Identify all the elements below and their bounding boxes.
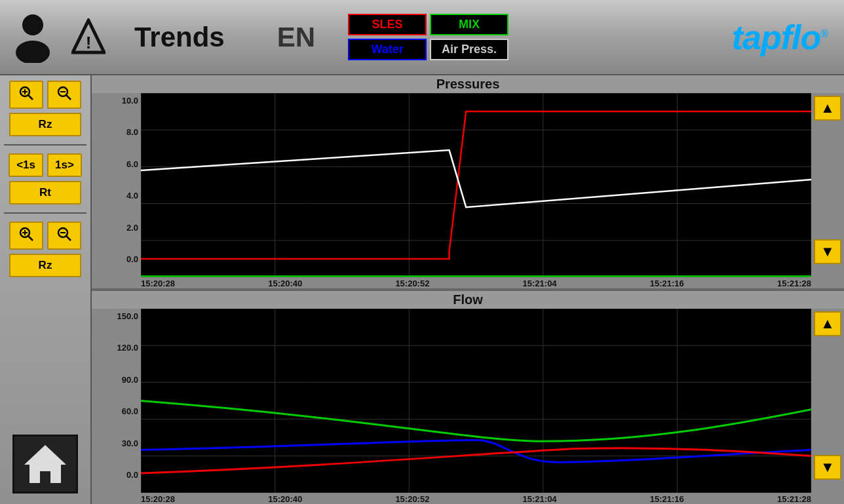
fx-label-6: 15:21:28	[777, 494, 811, 504]
pressure-scroll-up[interactable]: ▲	[814, 96, 841, 121]
fx-label-1: 15:20:28	[141, 494, 175, 504]
main-content: Rz <1s 1s> Rt Rz Pressures	[0, 75, 844, 504]
fx-label-3: 15:20:52	[395, 494, 429, 504]
pressure-scroll-down[interactable]: ▼	[814, 239, 841, 264]
fx-label-5: 15:21:16	[650, 494, 684, 504]
pressure-chart-wrapper: Pressures 10.0 8.0 6.0 4.0 2.0 0.0 ▲	[92, 75, 844, 288]
prev-1s-button[interactable]: <1s	[9, 153, 43, 177]
zoom-in-button-top[interactable]	[9, 81, 43, 109]
zoom-buttons-bottom	[9, 222, 81, 250]
flow-scroll-col: ▲ ▼	[811, 309, 844, 493]
y-label-6: 6.0	[126, 159, 138, 169]
pressure-y-axis: 10.0 8.0 6.0 4.0 2.0 0.0	[92, 93, 141, 277]
flow-x-axis: 15:20:28 15:20:40 15:20:52 15:21:04 15:2…	[92, 493, 844, 504]
x-label-5: 15:21:16	[650, 279, 684, 288]
warning-icon: !	[69, 9, 108, 65]
fy-label-30: 30.0	[122, 438, 138, 448]
legend-airpress-button[interactable]: Air Press.	[430, 39, 508, 60]
x-label-6: 15:21:28	[777, 279, 811, 288]
x-label-3: 15:20:52	[395, 279, 429, 288]
flow-chart-title: Flow	[92, 291, 844, 309]
fy-label-120: 120.0	[117, 343, 138, 353]
y-label-10: 10.0	[122, 96, 138, 106]
flow-scroll-up[interactable]: ▲	[814, 311, 841, 336]
zoom-in-button-bottom[interactable]	[9, 222, 43, 250]
legend-container: SLES MIX Water Air Press.	[348, 14, 508, 60]
fy-label-90: 90.0	[122, 375, 138, 385]
fy-label-0: 0.0	[126, 470, 138, 480]
svg-line-12	[28, 236, 33, 241]
flow-chart-row: 150.0 120.0 90.0 60.0 30.0 0.0 ▲ ▼	[92, 309, 844, 493]
svg-text:!: !	[86, 33, 92, 52]
pressure-x-axis: 15:20:28 15:20:40 15:20:52 15:21:04 15:2…	[92, 277, 844, 288]
sidebar: Rz <1s 1s> Rt Rz	[0, 75, 92, 504]
pressure-scroll-col: ▲ ▼	[811, 93, 844, 277]
zoom-buttons-top	[9, 81, 81, 109]
y-label-8: 8.0	[126, 127, 138, 137]
flow-scroll-down[interactable]: ▼	[814, 455, 841, 480]
pressure-canvas-wrapper	[141, 93, 811, 277]
home-button[interactable]	[12, 435, 78, 494]
legend-mix-button[interactable]: MIX	[430, 14, 508, 35]
next-1s-button[interactable]: 1s>	[47, 153, 82, 177]
rz-button-top[interactable]: Rz	[9, 113, 81, 136]
flow-canvas	[141, 309, 811, 493]
legend-sles-button[interactable]: SLES	[348, 14, 427, 35]
time-buttons: <1s 1s>	[9, 153, 82, 177]
pressure-chart-row: 10.0 8.0 6.0 4.0 2.0 0.0 ▲ ▼	[92, 93, 844, 277]
svg-line-16	[66, 236, 71, 241]
zoom-out-button-top[interactable]	[47, 81, 81, 109]
fx-label-2: 15:20:40	[268, 494, 302, 504]
zoom-out-button-bottom[interactable]	[47, 222, 81, 250]
fy-label-60: 60.0	[122, 406, 138, 416]
rt-button[interactable]: Rt	[9, 181, 81, 204]
charts-area: Pressures 10.0 8.0 6.0 4.0 2.0 0.0 ▲	[92, 75, 844, 504]
sidebar-divider-1	[4, 144, 86, 145]
header-left: ! Trends EN SLES MIX Water Air Press.	[10, 9, 508, 65]
header: ! Trends EN SLES MIX Water Air Press. ta…	[0, 0, 844, 75]
page-title: Trends	[134, 22, 225, 53]
svg-point-0	[22, 14, 43, 35]
legend-water-button[interactable]: Water	[348, 39, 427, 60]
pressure-canvas	[141, 93, 811, 277]
pressure-x-labels: 15:20:28 15:20:40 15:20:52 15:21:04 15:2…	[141, 277, 811, 288]
y-label-2: 2.0	[126, 223, 138, 233]
svg-line-5	[28, 95, 33, 100]
x-label-2: 15:20:40	[268, 279, 302, 288]
registered-mark: ®	[820, 28, 828, 39]
pressure-chart-title: Pressures	[92, 75, 844, 93]
svg-line-9	[66, 95, 71, 100]
rz-button-bottom[interactable]: Rz	[9, 254, 81, 277]
svg-marker-18	[24, 445, 66, 483]
y-label-0: 0.0	[126, 254, 138, 264]
tapflo-logo: tapflo®	[732, 18, 834, 57]
sidebar-divider-2	[4, 212, 86, 214]
y-label-4: 4.0	[126, 191, 138, 201]
x-label-4: 15:21:04	[523, 279, 557, 288]
flow-y-axis: 150.0 120.0 90.0 60.0 30.0 0.0	[92, 309, 141, 493]
fx-label-4: 15:21:04	[523, 494, 557, 504]
flow-chart-wrapper: Flow 150.0 120.0 90.0 60.0 30.0 0.0 ▲	[92, 291, 844, 504]
fy-label-150: 150.0	[117, 311, 138, 321]
svg-point-1	[16, 41, 50, 63]
language-label: EN	[277, 22, 315, 53]
x-label-1: 15:20:28	[141, 279, 175, 288]
flow-x-labels: 15:20:28 15:20:40 15:20:52 15:21:04 15:2…	[141, 493, 811, 504]
user-icon	[10, 9, 56, 65]
flow-canvas-wrapper	[141, 309, 811, 493]
